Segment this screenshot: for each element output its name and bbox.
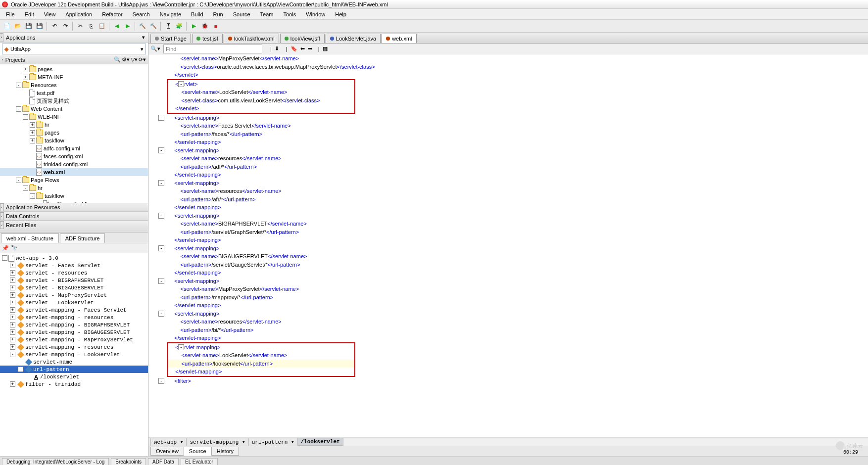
editor-view-tab[interactable]: Overview — [150, 447, 184, 456]
data-controls-panel[interactable]: ‹Data Controls — [0, 212, 148, 221]
tree-item[interactable]: +hr — [0, 121, 148, 129]
code-line[interactable]: <servlet-class>oracle.adf.view.faces.bi.… — [148, 63, 868, 71]
structure-item[interactable]: +servlet - resources — [0, 269, 148, 277]
code-line[interactable]: </servlet-mapping> — [148, 203, 868, 212]
stop-icon[interactable]: ■ — [211, 21, 221, 31]
code-line[interactable]: </servlet-mapping> — [148, 138, 868, 146]
make-icon[interactable]: 🔨 — [138, 21, 147, 31]
menu-file[interactable]: File — [2, 10, 19, 18]
tree-item[interactable]: -Page Flows — [0, 176, 148, 184]
highlight-icon[interactable]: ▦ — [323, 46, 328, 52]
breadcrumb-item[interactable]: servlet-mapping ▾ — [186, 438, 248, 446]
code-line[interactable]: - <servlet-mapping> — [168, 343, 354, 352]
tree-item[interactable]: +pages — [0, 129, 148, 137]
tree-item[interactable]: adfc-config.xml — [0, 144, 148, 152]
open-icon[interactable]: 📂 — [13, 21, 23, 31]
menu-run[interactable]: Run — [209, 10, 227, 18]
structure-item[interactable]: +servlet - Faces Servlet — [0, 262, 148, 269]
code-line[interactable]: <servlet-class>com.utils.view.LookServle… — [168, 96, 354, 105]
back-icon[interactable]: ◀ — [112, 21, 122, 31]
code-line[interactable]: <servlet-name>BIGRAPHSERVLET</servlet-na… — [148, 220, 868, 228]
structure-item[interactable]: +servlet - MapProxyServlet — [0, 291, 148, 299]
app-resources-panel[interactable]: ‹Application Resources — [0, 203, 148, 212]
tree-item[interactable]: -hr — [0, 184, 148, 192]
copy-icon[interactable]: ⎘ — [86, 21, 96, 31]
breadcrumb-item[interactable]: url-pattern ▾ — [248, 438, 298, 446]
code-line[interactable]: <url-pattern>/servlet/GaugeServlet/*</ur… — [148, 261, 868, 269]
menu-team[interactable]: Team — [256, 10, 278, 18]
forward-icon[interactable]: ▶ — [123, 21, 133, 31]
code-line[interactable]: <servlet-name>resources</servlet-name> — [148, 187, 868, 195]
structure-item[interactable]: +servlet - BIGRAPHSERVLET — [0, 277, 148, 284]
code-line[interactable]: </servlet> — [148, 71, 868, 79]
recent-files-panel[interactable]: ‹Recent Files — [0, 221, 148, 230]
code-line[interactable]: - <servlet-mapping> — [148, 179, 868, 187]
structure-item[interactable]: +servlet-mapping - resources — [0, 314, 148, 321]
editor-tab[interactable]: Start Page — [150, 34, 191, 43]
menu-edit[interactable]: Edit — [21, 10, 38, 18]
code-line[interactable]: - <servlet-mapping> — [148, 212, 868, 220]
code-line[interactable]: </servlet-mapping> — [148, 269, 868, 277]
panel-menu-icon[interactable]: ▾ — [142, 34, 145, 41]
collapse-icon[interactable]: ‹ — [0, 33, 3, 42]
code-line[interactable]: </servlet-mapping> — [168, 368, 354, 376]
structure-tree[interactable]: -web-app - 3.0+servlet - Faces Servlet+s… — [0, 253, 148, 456]
tab-adf-structure[interactable]: ADF Structure — [60, 233, 105, 243]
editor-view-tab[interactable]: History — [211, 447, 239, 456]
refresh-icon[interactable]: ⟳▾ — [139, 56, 146, 63]
structure-item[interactable]: +servlet-mapping - resources — [0, 343, 148, 351]
extension-icon[interactable]: 🧩 — [174, 21, 184, 31]
code-line[interactable]: </servlet-mapping> — [148, 171, 868, 179]
menu-navigate[interactable]: Navigate — [156, 10, 185, 18]
breadcrumb-item[interactable]: /lookservlet — [297, 438, 343, 446]
code-editor[interactable]: <servlet-name>MapProxyServlet</servlet-n… — [148, 54, 868, 437]
structure-item[interactable]: +servlet - BIGAUGESERVLET — [0, 284, 148, 291]
bottom-panel-tab[interactable]: EL Evaluator — [181, 458, 218, 465]
new-icon[interactable]: 📄 — [2, 21, 12, 31]
save-icon[interactable]: 💾 — [24, 21, 34, 31]
run-icon[interactable]: ▶ — [189, 21, 199, 31]
menu-tools[interactable]: Tools — [279, 10, 300, 18]
code-line[interactable]: - <servlet-mapping> — [148, 146, 868, 155]
code-line[interactable]: </servlet-mapping> — [148, 236, 868, 244]
code-line[interactable]: <url-pattern>/bi/*</url-pattern> — [148, 326, 868, 334]
tree-item[interactable]: -Web Content — [0, 105, 148, 113]
editor-tab[interactable]: lookView.jsff — [280, 34, 325, 43]
db-icon[interactable]: 🗄 — [163, 21, 173, 31]
tree-item[interactable]: -taskflow — [0, 192, 148, 200]
editor-tab[interactable]: web.xml — [382, 34, 416, 43]
tree-item[interactable]: -Resources — [0, 81, 148, 89]
cut-icon[interactable]: ✂ — [75, 21, 85, 31]
find-input[interactable] — [163, 45, 262, 53]
filter-icon[interactable]: ⚙▾ — [122, 56, 130, 63]
code-line[interactable]: <servlet-name>MapProxyServlet</servlet-n… — [148, 285, 868, 293]
structure-item[interactable]: -servlet-mapping - LookServlet — [0, 351, 148, 358]
search-icon[interactable]: 🔍▾ — [150, 46, 160, 52]
debug-icon[interactable]: 🐞 — [200, 21, 210, 31]
tab-structure[interactable]: web.xml - Structure — [1, 233, 59, 243]
code-line[interactable]: - <servlet-mapping> — [148, 244, 868, 253]
structure-item[interactable]: +filter - trinidad — [0, 380, 148, 388]
menu-source[interactable]: Source — [229, 10, 254, 18]
structure-item[interactable]: +servlet-mapping - BIGAUGESERVLET — [0, 328, 148, 336]
code-line[interactable]: <servlet-name>LookServlet</servlet-name> — [168, 88, 354, 96]
editor-tab[interactable]: lookTaskflow.xml — [224, 34, 279, 43]
code-line[interactable]: </servlet> — [168, 104, 354, 113]
code-line[interactable]: - <servlet-mapping> — [148, 277, 868, 285]
application-combo[interactable]: ◆ UtilsApp ▾ — [2, 44, 146, 54]
breadcrumb-item[interactable]: web-app ▾ — [150, 438, 187, 446]
code-line[interactable]: <url-pattern>/lookservlet</url-pattern> — [168, 360, 354, 368]
menu-refactor[interactable]: Refactor — [98, 10, 127, 18]
bookmark-icon[interactable]: 🔖 — [290, 46, 297, 52]
code-line[interactable]: - <filter> — [148, 377, 868, 385]
code-line[interactable]: </servlet-mapping> — [148, 334, 868, 342]
structure-item[interactable]: +servlet-mapping - BIGRAPHSERVLET — [0, 321, 148, 328]
code-line[interactable]: <servlet-name>Faces Servlet</servlet-nam… — [148, 122, 868, 130]
structure-item[interactable]: +servlet-mapping - Faces Servlet — [0, 306, 148, 314]
tree-item[interactable]: trinidad-config.xml — [0, 160, 148, 168]
project-tree[interactable]: +pages+META-INF-Resourcestest.pdf页面常见样式-… — [0, 64, 148, 203]
code-line[interactable]: </servlet-mapping> — [148, 301, 868, 310]
editor-tab[interactable]: test.jsf — [192, 34, 223, 43]
code-line[interactable]: <servlet-name>resources</servlet-name> — [148, 318, 868, 326]
code-line[interactable]: <servlet-name>BIGAUGESERVLET</servlet-na… — [148, 252, 868, 261]
